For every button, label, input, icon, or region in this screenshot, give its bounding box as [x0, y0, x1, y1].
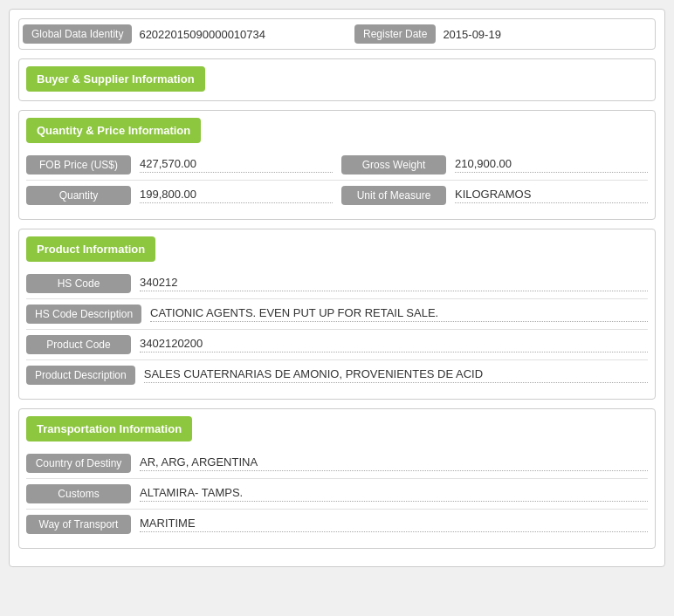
- buyer-supplier-header: Buyer & Supplier Information: [26, 66, 205, 92]
- quantity-price-section: Quantity & Price Information FOB Price (…: [18, 110, 656, 220]
- unit-col: Unit of Measure KILOGRAMOS: [341, 186, 648, 205]
- customs-label: Customs: [26, 484, 131, 503]
- unit-label: Unit of Measure: [341, 186, 446, 205]
- country-value: AR, ARG, ARGENTINA: [140, 455, 648, 471]
- register-value: 2015-09-19: [443, 28, 651, 41]
- gross-label: Gross Weight: [341, 155, 446, 175]
- country-label: Country of Destiny: [26, 454, 131, 473]
- product-header: Product Information: [26, 236, 155, 262]
- page-container: Global Data Identity 6202201509000001073…: [9, 9, 665, 567]
- fob-label: FOB Price (US$): [26, 155, 131, 175]
- product-section: Product Information HS Code 340212 HS Co…: [18, 229, 656, 400]
- gross-value: 210,900.00: [455, 157, 648, 173]
- country-row: Country of Destiny AR, ARG, ARGENTINA: [26, 448, 648, 479]
- hs-code-value: 340212: [140, 276, 648, 291]
- prod-code-label: Product Code: [26, 335, 131, 354]
- fob-gross-row: FOB Price (US$) 427,570.00 Gross Weight …: [26, 150, 648, 181]
- hs-desc-label: HS Code Description: [26, 305, 141, 324]
- fob-col: FOB Price (US$) 427,570.00: [26, 155, 333, 175]
- hs-desc-value: CATIONIC AGENTS. EVEN PUT UP FOR RETAIL …: [150, 306, 648, 322]
- prod-desc-value: SALES CUATERNARIAS DE AMONIO, PROVENIENT…: [144, 367, 648, 383]
- global-identity-row: Global Data Identity 6202201509000001073…: [18, 18, 656, 50]
- transport-value: MARITIME: [140, 517, 648, 532]
- hs-desc-row: HS Code Description CATIONIC AGENTS. EVE…: [26, 299, 648, 330]
- prod-code-row: Product Code 3402120200: [26, 330, 648, 360]
- quantity-unit-row: Quantity 199,800.00 Unit of Measure KILO…: [26, 181, 648, 210]
- quantity-value: 199,800.00: [140, 188, 333, 203]
- transport-row: Way of Transport MARITIME: [26, 510, 648, 539]
- prod-desc-row: Product Description SALES CUATERNARIAS D…: [26, 360, 648, 390]
- hs-code-row: HS Code 340212: [26, 269, 648, 299]
- transport-label: Way of Transport: [26, 515, 131, 534]
- quantity-price-header: Quantity & Price Information: [26, 118, 201, 143]
- gross-col: Gross Weight 210,900.00: [341, 155, 648, 175]
- buyer-supplier-section: Buyer & Supplier Information: [18, 58, 656, 101]
- fob-value: 427,570.00: [140, 157, 333, 173]
- hs-code-label: HS Code: [26, 274, 131, 293]
- prod-desc-label: Product Description: [26, 366, 135, 385]
- unit-value: KILOGRAMOS: [455, 188, 648, 203]
- quantity-label: Quantity: [26, 186, 131, 205]
- identity-label: Global Data Identity: [23, 24, 132, 44]
- transportation-header: Transportation Information: [26, 416, 192, 441]
- identity-value: 62022015090000010734: [139, 28, 347, 41]
- customs-value: ALTAMIRA- TAMPS.: [140, 486, 648, 502]
- quantity-col: Quantity 199,800.00: [26, 186, 333, 205]
- prod-code-value: 3402120200: [140, 337, 648, 352]
- transportation-section: Transportation Information Country of De…: [18, 408, 656, 549]
- register-label: Register Date: [354, 24, 436, 44]
- customs-row: Customs ALTAMIRA- TAMPS.: [26, 479, 648, 510]
